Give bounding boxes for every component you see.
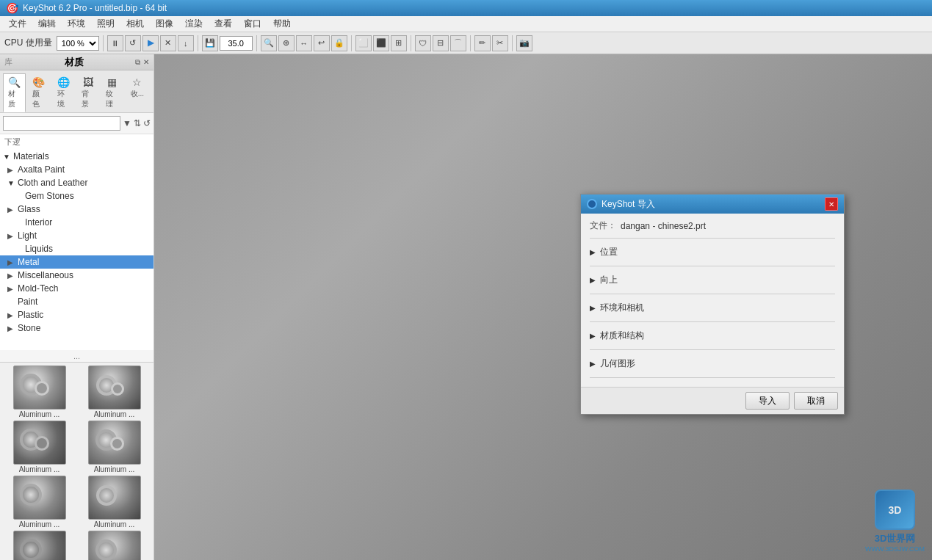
thumb-item-3[interactable]: Aluminum ... xyxy=(3,421,76,473)
import-button[interactable]: ⬜ xyxy=(355,35,372,51)
render-button[interactable]: 📷 xyxy=(516,35,532,51)
dialog-section-up[interactable]: ▶ 向上 xyxy=(590,269,835,291)
tab-texture[interactable]: ▦ 纹理 xyxy=(101,73,123,112)
fps-input[interactable] xyxy=(220,36,253,51)
dialog-section-geo[interactable]: ▶ 几何图形 xyxy=(590,353,835,374)
menu-item-文件[interactable]: 文件 xyxy=(3,16,32,32)
scissor-button[interactable]: ✂ xyxy=(492,35,508,51)
dialog-file-value: dangan - chinese2.prt xyxy=(621,221,706,231)
tree-item-liquids[interactable]: ▶ Liquids xyxy=(0,242,153,255)
shield-button[interactable]: 🛡 xyxy=(415,35,431,51)
thumb-image-3 xyxy=(13,421,66,465)
zoom2-button[interactable]: ⊕ xyxy=(278,35,295,51)
liquids-label: Liquids xyxy=(25,244,151,254)
viewport[interactable]: KeyShot 导入 ✕ 文件： dangan - chinese2.prt ▶… xyxy=(154,54,932,560)
tree-item-gem[interactable]: ▶ Gem Stones xyxy=(0,189,153,203)
thumb-item-2[interactable]: Aluminum ... xyxy=(78,366,151,418)
tree-item-glass[interactable]: ▶ Glass xyxy=(0,203,153,216)
thumb-item-1[interactable]: Aluminum ... xyxy=(3,366,76,418)
menu-item-环境[interactable]: 环境 xyxy=(62,16,91,32)
dialog-sep-1 xyxy=(590,266,835,266)
menu-item-帮助[interactable]: 帮助 xyxy=(267,16,297,32)
lock-button[interactable]: 🔒 xyxy=(331,35,347,51)
menu-item-图像[interactable]: 图像 xyxy=(150,16,179,32)
grid-button[interactable]: ⊟ xyxy=(433,35,449,51)
tab-material[interactable]: 🔍 材质 xyxy=(3,73,26,112)
interior-label: Interior xyxy=(25,217,151,228)
panel-close-button[interactable]: ✕ xyxy=(143,58,149,67)
cancel-button[interactable]: 取消 xyxy=(794,392,838,410)
tree-item-cloth[interactable]: ▼ Cloth and Leather xyxy=(0,176,153,189)
tab-collect[interactable]: ☆ 收... xyxy=(126,73,149,112)
tree-item-plastic[interactable]: ▶ Plastic xyxy=(0,308,153,321)
import-button[interactable]: 导入 xyxy=(745,392,790,410)
tree-item-axalta[interactable]: ▶ Axalta Paint xyxy=(0,163,153,176)
pause-button[interactable]: ⏸ xyxy=(107,35,123,51)
menu-item-窗口[interactable]: 窗口 xyxy=(238,16,267,32)
tree-item-misc[interactable]: ▶ Miscellaneous xyxy=(0,269,153,282)
cpu-select[interactable]: 100 % xyxy=(57,36,99,51)
tab-env[interactable]: 🌐 环境 xyxy=(52,73,75,112)
export-button[interactable]: ⬛ xyxy=(373,35,389,51)
thumb-image-6 xyxy=(88,476,141,520)
zoom-button[interactable]: 🔍 xyxy=(261,35,277,51)
separator-3 xyxy=(256,35,257,51)
menu-item-相机[interactable]: 相机 xyxy=(120,16,150,32)
dialog-sep-0 xyxy=(590,238,835,239)
down-button[interactable]: ↓ xyxy=(178,35,194,51)
material-arrow-icon: ▶ xyxy=(590,332,596,340)
filter-button[interactable]: ▼ xyxy=(123,118,131,128)
env-tab-icon: 🌐 xyxy=(57,76,70,88)
search-input[interactable] xyxy=(3,116,120,131)
thumb-label-2: Aluminum ... xyxy=(94,410,135,418)
misc-arrow: ▶ xyxy=(7,272,18,280)
reset-button[interactable]: ↺ xyxy=(143,118,151,128)
env-label: 环境和相机 xyxy=(600,302,644,314)
thumb-image-1 xyxy=(13,366,66,410)
tree-item-materials[interactable]: ▼ Materials xyxy=(0,150,153,163)
axalta-label: Axalta Paint xyxy=(18,164,151,175)
thumb-item-8[interactable]: Aluminum ... xyxy=(78,531,151,560)
light-arrow: ▶ xyxy=(7,232,18,240)
tab-color[interactable]: 🎨 颜色 xyxy=(27,73,50,112)
tab-bg[interactable]: 🖼 背景 xyxy=(76,73,99,112)
thumb-item-6[interactable]: Aluminum ... xyxy=(78,476,151,528)
thumb-item-5[interactable]: Aluminum ... xyxy=(3,476,76,528)
save-button[interactable]: 💾 xyxy=(202,35,218,51)
panel-float-button[interactable]: ⧉ xyxy=(135,58,140,67)
dialog-sep-5 xyxy=(590,377,835,378)
dialog-section-env[interactable]: ▶ 环境和相机 xyxy=(590,297,835,319)
tree-item-mold[interactable]: ▶ Mold-Tech xyxy=(0,282,153,295)
play-button[interactable]: ▶ xyxy=(142,35,159,51)
sort-button[interactable]: ⇅ xyxy=(134,118,141,128)
menu-item-照明[interactable]: 照明 xyxy=(91,16,120,32)
menu-item-查看[interactable]: 查看 xyxy=(209,16,238,32)
dialog-close-button[interactable]: ✕ xyxy=(825,197,838,211)
rotate-button[interactable]: ↩ xyxy=(314,35,330,51)
mold-arrow: ▶ xyxy=(7,285,18,293)
watermark-inner: 3D 3D世界网 WWW.3DSJW.COM xyxy=(865,490,925,553)
stop-button[interactable]: ✕ xyxy=(160,35,176,51)
tree-item-metal[interactable]: ▶ Metal xyxy=(0,255,153,269)
menu-item-渲染[interactable]: 渲染 xyxy=(179,16,209,32)
tree-item-stone[interactable]: ▶ Stone xyxy=(0,321,153,335)
material-button[interactable]: ⊞ xyxy=(391,35,407,51)
dialog-section-material[interactable]: ▶ 材质和结构 xyxy=(590,325,835,346)
geo-arrow-icon: ▶ xyxy=(590,360,596,368)
thumb-item-7[interactable]: Aluminum ... xyxy=(3,531,76,560)
left-panel: 库 材质 ⧉ ✕ 🔍 材质 🎨 颜色 🌐 环境 🖼 背景 xyxy=(0,54,154,560)
zoom3-button[interactable]: ↔ xyxy=(296,35,312,51)
tree-item-light[interactable]: ▶ Light xyxy=(0,229,153,242)
tree-item-paint[interactable]: ▶ Paint xyxy=(0,295,153,308)
tree-item-interior[interactable]: ▶ Interior xyxy=(0,216,153,229)
app-icon: 🎯 xyxy=(6,2,18,14)
refresh-button[interactable]: ↺ xyxy=(125,35,141,51)
dialog-section-position[interactable]: ▶ 位置 xyxy=(590,241,835,263)
watermark-logo: 3D xyxy=(875,490,915,530)
pencil-button[interactable]: ✏ xyxy=(474,35,491,51)
curve-button[interactable]: ⌒ xyxy=(450,35,466,51)
bg-tab-icon: 🖼 xyxy=(83,76,93,88)
thumb-item-4[interactable]: Aluminum ... xyxy=(78,421,151,473)
stone-label: Stone xyxy=(18,323,151,333)
menu-item-编辑[interactable]: 编辑 xyxy=(32,16,62,32)
